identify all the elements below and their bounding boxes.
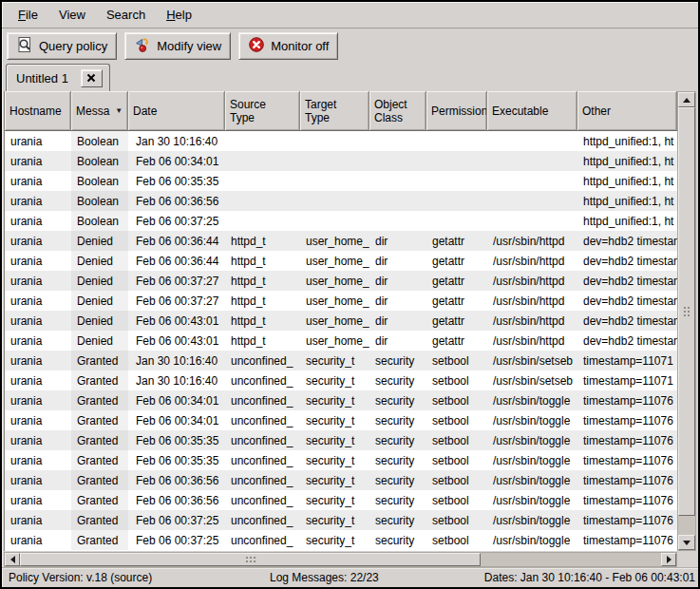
cell-permission: setbool [426,430,487,450]
table-row[interactable]: uraniaBooleanFeb 06 00:37:25httpd_unifie… [5,211,677,231]
table-row[interactable]: uraniaBooleanFeb 06 00:34:01httpd_unifie… [5,151,677,171]
sort-descending-icon: ▼ [115,104,123,118]
scroll-left-button[interactable] [5,553,20,566]
cell-target_type: security_t [300,410,369,430]
tab-untitled-1[interactable]: Untitled 1 [6,64,110,91]
cell-message: Boolean [71,131,128,151]
scroll-up-button[interactable] [678,92,695,107]
arrow-right-icon [667,556,672,563]
cell-target_type: user_home_ [300,231,369,251]
table-row[interactable]: uraniaBooleanFeb 06 00:35:35httpd_unifie… [5,171,677,191]
table-row[interactable]: uraniaDeniedFeb 06 00:36:44httpd_tuser_h… [5,251,677,271]
table-row[interactable]: uraniaGrantedFeb 06 00:34:01unconfined_s… [5,410,677,430]
scroll-right-button[interactable] [661,553,676,566]
cell-object_class: security [369,450,426,470]
cell-other: timestamp=11076 [577,490,677,510]
menu-file[interactable]: File [8,3,48,27]
app-window: File View Search Help Query policy Modif… [0,0,700,589]
table-row[interactable]: uraniaGrantedFeb 06 00:35:35unconfined_s… [5,450,677,470]
cell-other: timestamp=11076 [577,390,677,410]
cell-object_class: dir [369,251,426,271]
query-policy-button[interactable]: Query policy [7,32,117,60]
table-row[interactable]: uraniaGrantedJan 30 10:16:40unconfined_s… [5,370,677,390]
cell-object_class: security [369,370,426,390]
cell-object_class: security [369,410,426,430]
table-row[interactable]: uraniaBooleanFeb 06 00:36:56httpd_unifie… [5,191,677,211]
cell-date: Feb 06 00:35:35 [128,450,225,470]
cell-message: Boolean [71,171,128,191]
cell-target_type: security_t [300,470,369,490]
cell-object_class: security [369,351,426,370]
column-header-other[interactable]: Other [577,91,677,130]
scrollbar-corner [677,551,696,567]
menu-view[interactable]: View [48,3,96,27]
modify-view-icon [134,36,151,56]
log-view: HostnameMessa▼DateSourceTypeTargetTypeOb… [2,91,698,567]
horizontal-scrollbar-thumb[interactable] [20,553,481,566]
cell-executable: /usr/sbin/toggle [487,450,577,470]
column-header-message[interactable]: Messa▼ [71,91,128,130]
vertical-scrollbar-thumb[interactable] [678,107,695,516]
column-header-target_type[interactable]: TargetType [300,91,369,130]
cell-other: httpd_unified:1, ht [577,211,677,231]
cell-date: Feb 06 00:37:27 [128,291,225,311]
cell-hostname: urania [5,131,71,151]
cell-target_type: user_home_ [300,331,369,351]
query-policy-icon [16,36,33,56]
cell-permission: setbool [426,410,487,430]
table-row[interactable]: uraniaBooleanJan 30 10:16:40httpd_unifie… [5,131,677,151]
cell-hostname: urania [5,470,71,490]
cell-object_class: security [369,390,426,410]
table-row[interactable]: uraniaGrantedFeb 06 00:34:01unconfined_s… [5,390,677,410]
column-header-hostname[interactable]: Hostname [5,91,71,130]
menu-file-mnemonic: F [18,8,26,22]
table-row[interactable]: uraniaDeniedFeb 06 00:37:27httpd_tuser_h… [5,271,677,291]
table-row[interactable]: uraniaGrantedFeb 06 00:35:35unconfined_s… [5,430,677,450]
cell-target_type: user_home_ [300,291,369,311]
column-header-date[interactable]: Date [128,91,225,130]
cell-hostname: urania [5,231,71,251]
table-row[interactable]: uraniaGrantedFeb 06 00:36:56unconfined_s… [5,470,677,490]
modify-view-button[interactable]: Modify view [124,32,231,60]
table-row[interactable]: uraniaGrantedFeb 06 00:37:25unconfined_s… [5,530,677,550]
table-row[interactable]: uraniaGrantedFeb 06 00:37:25unconfined_s… [5,510,677,530]
cell-object_class [369,191,426,211]
menu-help[interactable]: Help [156,3,202,27]
scroll-down-button[interactable] [678,535,695,550]
policy-version-label: Policy Version: v.18 (source) [2,571,260,584]
table-row[interactable]: uraniaDeniedFeb 06 00:37:27httpd_tuser_h… [5,291,677,311]
column-header-executable[interactable]: Executable [487,91,577,130]
cell-target_type [300,191,369,211]
cell-permission [426,131,487,151]
vertical-scrollbar[interactable] [677,91,696,551]
table-row[interactable]: uraniaDeniedFeb 06 00:36:44httpd_tuser_h… [5,231,677,251]
cell-object_class [369,131,426,151]
column-header-permission[interactable]: Permission [426,91,487,130]
cell-target_type: user_home_ [300,271,369,291]
cell-hostname: urania [5,510,71,530]
table-row[interactable]: uraniaGrantedJan 30 10:16:40unconfined_s… [5,351,677,370]
cell-source_type [225,131,300,151]
cell-other: httpd_unified:1, ht [577,131,677,151]
cell-permission: getattr [426,291,487,311]
table-row[interactable]: uraniaDeniedFeb 06 00:43:01httpd_tuser_h… [5,311,677,331]
cell-date: Jan 30 10:16:40 [128,370,225,390]
table-row[interactable]: uraniaGrantedFeb 06 00:36:56unconfined_s… [5,490,677,510]
column-header-source_type[interactable]: SourceType [225,91,300,130]
cell-message: Granted [71,351,128,370]
menu-search[interactable]: Search [96,3,156,27]
tab-close-button[interactable] [81,69,103,87]
cell-executable [487,211,577,231]
table-row[interactable]: uraniaDeniedFeb 06 00:43:01httpd_tuser_h… [5,331,677,351]
cell-hostname: urania [5,390,71,410]
cell-hostname: urania [5,410,71,430]
cell-target_type [300,171,369,191]
horizontal-scrollbar[interactable] [4,552,677,567]
monitor-off-button[interactable]: Monitor off [238,32,338,60]
cell-message: Granted [71,370,128,390]
cell-source_type: httpd_t [225,231,300,251]
cell-other: timestamp=11076 [577,430,677,450]
column-header-object_class[interactable]: ObjectClass [369,91,426,130]
cell-message: Boolean [71,211,128,231]
menu-search-label: Search [106,8,145,22]
